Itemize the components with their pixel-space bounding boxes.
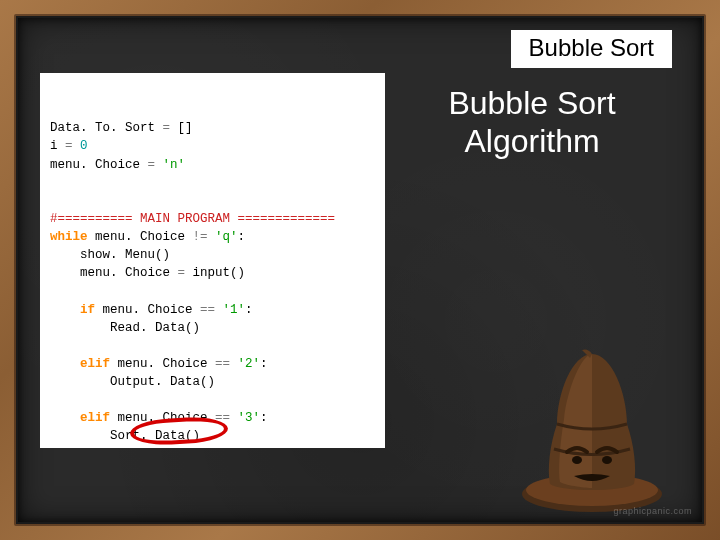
slide-title-box: Bubble Sort bbox=[511, 30, 672, 68]
code-line: menu. Choice = input() bbox=[50, 264, 379, 282]
code-line: elif menu. Choice == '3': bbox=[50, 409, 379, 427]
code-token: '2' bbox=[238, 357, 261, 371]
code-line: i = 0 bbox=[50, 137, 379, 155]
code-token: = bbox=[163, 121, 171, 135]
code-token: : bbox=[260, 411, 268, 425]
code-line bbox=[50, 174, 379, 192]
code-token: = bbox=[148, 158, 156, 172]
code-token: [] bbox=[170, 121, 193, 135]
code-token: () bbox=[230, 266, 245, 280]
code-line bbox=[50, 391, 379, 409]
code-token: == bbox=[215, 411, 230, 425]
code-token: elif bbox=[80, 357, 110, 371]
code-token: : bbox=[245, 303, 253, 317]
code-token bbox=[230, 411, 238, 425]
code-line: #========== MAIN PROGRAM ============= bbox=[50, 210, 379, 228]
code-token: elif bbox=[80, 411, 110, 425]
code-token: '1' bbox=[223, 303, 246, 317]
code-line: show. Menu() bbox=[50, 246, 379, 264]
svg-point-2 bbox=[572, 456, 582, 464]
code-panel: Data. To. Sort = []i = 0menu. Choice = '… bbox=[40, 73, 385, 448]
code-token: == bbox=[200, 303, 215, 317]
code-token: () bbox=[200, 375, 215, 389]
code-token: menu. Choice bbox=[88, 230, 193, 244]
code-token: 0 bbox=[80, 139, 88, 153]
code-token bbox=[50, 411, 80, 425]
code-token: show. Menu bbox=[50, 248, 155, 262]
code-token: : bbox=[260, 357, 268, 371]
code-token bbox=[215, 303, 223, 317]
wooden-frame: Bubble Sort Bubble Sort Algorithm Data. … bbox=[0, 0, 720, 540]
sorting-hat-svg bbox=[512, 344, 672, 514]
code-token: '3' bbox=[238, 411, 261, 425]
code-token bbox=[185, 266, 193, 280]
code-line: while menu. Choice != 'q': bbox=[50, 228, 379, 246]
code-token: menu. Choice bbox=[110, 411, 215, 425]
code-token: Read. Data bbox=[50, 321, 185, 335]
code-token bbox=[73, 139, 81, 153]
sorting-hat-icon bbox=[512, 344, 672, 514]
svg-point-3 bbox=[602, 456, 612, 464]
code-token: input bbox=[193, 266, 231, 280]
code-token: = bbox=[178, 266, 186, 280]
code-token: : bbox=[238, 230, 246, 244]
code-token: 'q' bbox=[215, 230, 238, 244]
code-line: Read. Data() bbox=[50, 319, 379, 337]
code-token: while bbox=[50, 230, 88, 244]
code-token: () bbox=[155, 248, 170, 262]
code-token: () bbox=[185, 429, 200, 443]
code-token: i bbox=[50, 139, 65, 153]
watermark-text: graphicpanic.com bbox=[613, 506, 692, 516]
code-line: menu. Choice = 'n' bbox=[50, 156, 379, 174]
code-token: 'n' bbox=[163, 158, 186, 172]
code-line: if menu. Choice == '1': bbox=[50, 301, 379, 319]
code-token: = bbox=[65, 139, 73, 153]
code-token: menu. Choice bbox=[50, 158, 148, 172]
code-token: == bbox=[215, 357, 230, 371]
code-token: Data. To. Sort bbox=[50, 121, 163, 135]
code-token: #========== MAIN PROGRAM ============= bbox=[50, 212, 335, 226]
slide-title: Bubble Sort bbox=[529, 34, 654, 61]
code-token bbox=[208, 230, 216, 244]
code-line: Data. To. Sort = [] bbox=[50, 119, 379, 137]
code-token bbox=[50, 303, 80, 317]
code-token: Sort. Data bbox=[50, 429, 185, 443]
code-line: Output. Data() bbox=[50, 373, 379, 391]
code-line: Sort. Data() bbox=[50, 427, 379, 445]
code-line bbox=[50, 337, 379, 355]
code-line bbox=[50, 282, 379, 300]
code-token: menu. Choice bbox=[110, 357, 215, 371]
main-heading: Bubble Sort Algorithm bbox=[402, 84, 662, 161]
code-token: Output. Data bbox=[50, 375, 200, 389]
code-token: menu. Choice bbox=[95, 303, 200, 317]
code-token bbox=[155, 158, 163, 172]
code-line: elif menu. Choice == '2': bbox=[50, 355, 379, 373]
code-token: if bbox=[80, 303, 95, 317]
code-token: != bbox=[193, 230, 208, 244]
code-token bbox=[230, 357, 238, 371]
code-token bbox=[50, 357, 80, 371]
code-token: () bbox=[185, 321, 200, 335]
chalkboard: Bubble Sort Bubble Sort Algorithm Data. … bbox=[16, 16, 704, 524]
code-token: menu. Choice bbox=[50, 266, 178, 280]
code-line bbox=[50, 192, 379, 210]
